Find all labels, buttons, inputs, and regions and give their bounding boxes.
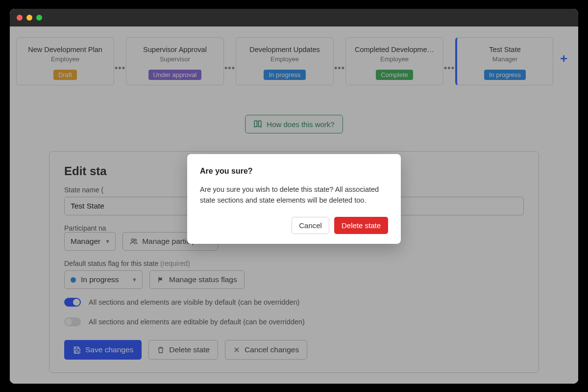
maximize-window-icon[interactable] xyxy=(36,15,42,21)
modal-confirm-delete-button[interactable]: Delete state xyxy=(334,217,388,234)
confirm-delete-modal: Are you sure? Are you sure you wish to d… xyxy=(187,154,401,244)
modal-overlay[interactable]: Are you sure? Are you sure you wish to d… xyxy=(10,26,578,384)
app-content: New Development Plan Employee Draft ••• … xyxy=(10,26,578,384)
minimize-window-icon[interactable] xyxy=(26,15,32,21)
modal-body: Are you sure you wish to delete this sta… xyxy=(200,184,388,206)
titlebar xyxy=(10,9,578,26)
modal-title: Are you sure? xyxy=(200,167,388,176)
app-window: New Development Plan Employee Draft ••• … xyxy=(10,9,578,384)
modal-cancel-button[interactable]: Cancel xyxy=(292,217,329,234)
close-window-icon[interactable] xyxy=(17,15,23,21)
